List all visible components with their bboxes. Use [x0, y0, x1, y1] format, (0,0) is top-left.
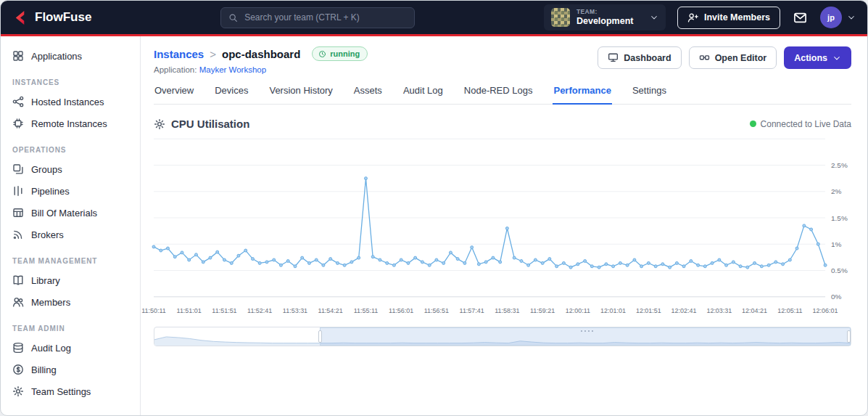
notifications-mail-button[interactable]	[792, 9, 809, 26]
svg-text:11:56:51: 11:56:51	[424, 307, 449, 314]
svg-text:2.5%: 2.5%	[831, 161, 848, 169]
chart-range-selector[interactable]	[154, 327, 851, 346]
tab-overview[interactable]: Overview	[154, 85, 194, 105]
application-line: Application: Mayker Workshop	[154, 65, 368, 74]
search-input[interactable]	[243, 12, 407, 23]
members-icon	[12, 296, 24, 308]
svg-text:11:51:01: 11:51:01	[177, 307, 202, 314]
pipelines-icon	[12, 185, 24, 197]
open-editor-button[interactable]: Open Editor	[689, 46, 777, 69]
panel-title: CPU Utilisation	[154, 118, 249, 130]
svg-text:11:59:21: 11:59:21	[530, 307, 555, 314]
main-content: Instances > opc-dashboard running Applic…	[141, 36, 867, 415]
live-data-status: Connected to Live Data	[750, 119, 851, 129]
chevron-down-icon	[847, 13, 856, 22]
svg-text:12:02:41: 12:02:41	[671, 307, 697, 314]
panel-title-label: CPU Utilisation	[171, 118, 249, 130]
breadcrumb-current-instance: opc-dashboard	[222, 48, 300, 60]
application-label: Application:	[154, 65, 197, 74]
invite-members-label: Invite Members	[704, 12, 770, 23]
sidebar-item-groups[interactable]: Groups	[1, 158, 140, 180]
tab-assets[interactable]: Assets	[353, 85, 383, 105]
sidebar-item-audit-log[interactable]: Audit Log	[1, 337, 140, 359]
sidebar-item-billing[interactable]: Billing	[1, 359, 140, 380]
sidebar-item-library[interactable]: Library	[1, 269, 140, 291]
invite-members-button[interactable]: Invite Members	[677, 7, 780, 29]
svg-text:12:01:01: 12:01:01	[600, 307, 626, 314]
cpu-utilisation-chart[interactable]: 0%0.5%1%1.5%2%2.5%11:50:1111:51:0111:51:…	[154, 133, 851, 320]
sidebar-item-label: Team Settings	[31, 386, 91, 397]
user-menu[interactable]: jp	[820, 7, 856, 28]
application-link[interactable]: Mayker Workshop	[199, 65, 266, 74]
live-status-dot	[750, 121, 756, 127]
range-handle-left[interactable]	[318, 330, 322, 343]
sidebar-section-heading-team-management: TEAM MANAGEMENT	[12, 257, 128, 265]
svg-text:12:06:01: 12:06:01	[813, 307, 838, 314]
top-navbar: FlowFuse TEAM: Development Invite Member…	[1, 1, 867, 36]
range-handle-right[interactable]	[847, 330, 851, 343]
sidebar-item-label: Brokers	[31, 229, 64, 240]
sidebar-item-label: Applications	[31, 51, 82, 62]
flowfuse-logo-icon	[12, 9, 29, 26]
sidebar-section-heading-team-admin: TEAM ADMIN	[12, 325, 128, 333]
search-icon	[228, 13, 238, 23]
tab-devices[interactable]: Devices	[214, 85, 249, 105]
user-avatar: jp	[820, 7, 842, 28]
sidebar-item-label: Pipelines	[31, 186, 70, 197]
sidebar-section-heading-operations: OPERATIONS	[12, 146, 128, 154]
tab-version-history[interactable]: Version History	[268, 85, 333, 105]
range-selection[interactable]	[320, 327, 851, 346]
svg-text:11:53:31: 11:53:31	[283, 307, 307, 314]
actions-button-label: Actions	[794, 53, 827, 63]
range-grip[interactable]	[584, 330, 586, 332]
svg-text:0%: 0%	[831, 293, 842, 301]
svg-text:12:04:21: 12:04:21	[742, 307, 767, 314]
team-text: TEAM: Development	[576, 9, 634, 26]
dashboard-button[interactable]: Dashboard	[598, 46, 681, 69]
sidebar-item-label: Library	[31, 275, 60, 286]
team-search[interactable]	[220, 7, 415, 28]
svg-text:11:57:41: 11:57:41	[460, 307, 484, 314]
sidebar: ApplicationsINSTANCESHosted InstancesRem…	[1, 36, 141, 415]
sidebar-item-hosted-instances[interactable]: Hosted Instances	[1, 91, 140, 113]
open-editor-button-label: Open Editor	[715, 53, 767, 63]
team-label: TEAM:	[576, 9, 634, 16]
tab-settings[interactable]: Settings	[632, 85, 667, 105]
sidebar-item-applications[interactable]: Applications	[1, 45, 140, 67]
sidebar-item-pipelines[interactable]: Pipelines	[1, 180, 140, 202]
brand-name: FlowFuse	[35, 10, 91, 25]
svg-text:12:05:11: 12:05:11	[777, 307, 802, 314]
sidebar-item-bill-of-materials[interactable]: Bill Of Materials	[1, 202, 140, 224]
live-status-label: Connected to Live Data	[761, 119, 851, 129]
sidebar-item-label: Audit Log	[31, 343, 71, 354]
actions-button[interactable]: Actions	[784, 46, 851, 69]
groups-icon	[12, 163, 24, 175]
sidebar-item-members[interactable]: Members	[1, 291, 140, 313]
team-picker[interactable]: TEAM: Development	[544, 4, 666, 30]
tab-performance[interactable]: Performance	[553, 85, 611, 105]
flowfuse-logo[interactable]: FlowFuse	[12, 9, 91, 26]
breadcrumb-separator: >	[210, 48, 216, 60]
tab-node-red-logs[interactable]: Node-RED Logs	[463, 85, 534, 105]
status-badge-label: running	[330, 49, 360, 58]
applications-grid-icon	[12, 50, 24, 62]
sidebar-item-label: Remote Instances	[31, 118, 107, 129]
tab-bar: OverviewDevicesVersion HistoryAssetsAudi…	[154, 85, 851, 105]
hosted-instances-icon	[12, 96, 24, 107]
svg-text:12:01:51: 12:01:51	[636, 307, 661, 314]
bill-of-materials-icon	[12, 207, 24, 219]
audit-log-icon	[12, 342, 24, 354]
svg-text:11:52:41: 11:52:41	[247, 307, 272, 314]
tab-audit-log[interactable]: Audit Log	[402, 85, 444, 105]
svg-text:0.5%: 0.5%	[831, 266, 848, 274]
svg-text:1.5%: 1.5%	[831, 214, 848, 222]
sidebar-item-remote-instances[interactable]: Remote Instances	[1, 113, 140, 134]
team-avatar	[551, 8, 570, 27]
breadcrumb-instances-link[interactable]: Instances	[154, 48, 204, 60]
mail-icon	[793, 11, 807, 25]
team-settings-icon	[12, 386, 24, 397]
svg-text:11:51:51: 11:51:51	[212, 307, 236, 314]
sidebar-item-brokers[interactable]: Brokers	[1, 224, 140, 245]
team-name: Development	[576, 16, 634, 26]
sidebar-item-team-settings[interactable]: Team Settings	[1, 380, 140, 402]
